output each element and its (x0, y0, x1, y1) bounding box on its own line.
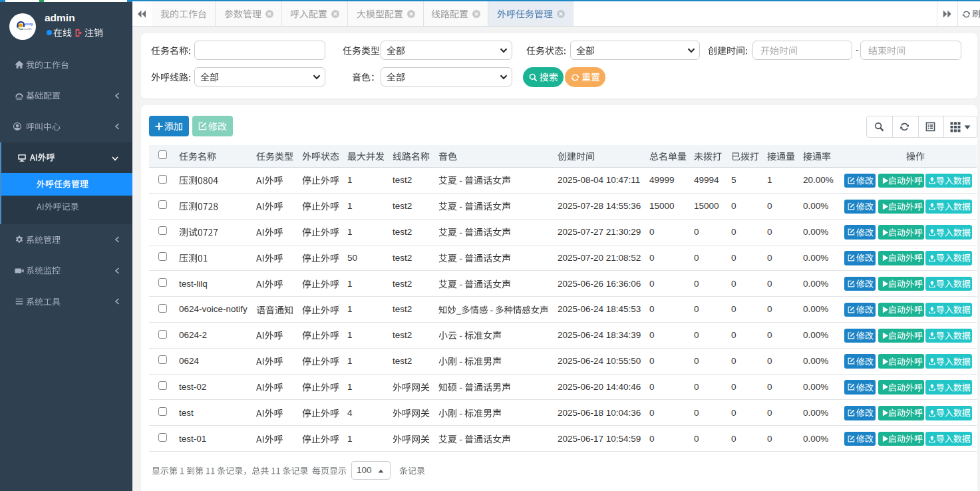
svg-text:cozy: cozy (25, 22, 33, 26)
svg-text:callcenter365: callcenter365 (20, 28, 32, 31)
